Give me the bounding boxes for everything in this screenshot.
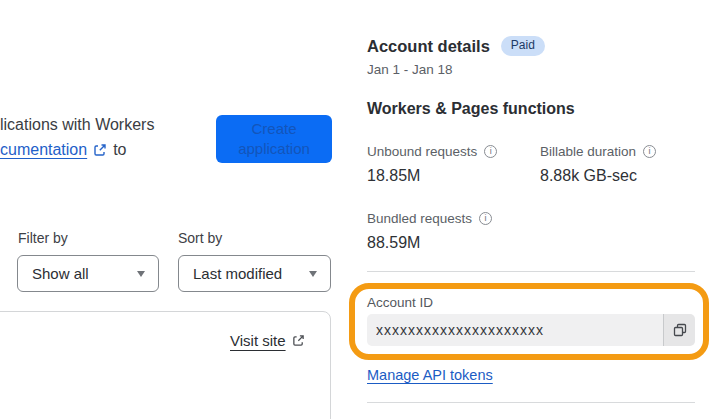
visit-site-label: Visit site (230, 332, 286, 349)
filter-selected-value: Show all (32, 265, 89, 282)
account-id-label: Account ID (367, 295, 433, 310)
plan-badge: Paid (501, 36, 545, 56)
filter-select[interactable]: Show all (17, 255, 159, 292)
manage-api-tokens-link[interactable]: Manage API tokens (367, 367, 493, 383)
billable-duration-label: Billable duration i (540, 144, 656, 159)
sort-select[interactable]: Last modified (178, 255, 331, 292)
account-id-field-group (367, 314, 695, 346)
divider (367, 271, 695, 272)
account-details-title: Account details (367, 37, 490, 56)
unbound-requests-value: 18.85M (367, 167, 420, 185)
project-card (0, 311, 331, 419)
workers-pages-functions-heading: Workers & Pages functions (367, 100, 575, 118)
divider (367, 402, 695, 403)
info-icon[interactable]: i (643, 145, 656, 158)
copy-account-id-button[interactable] (663, 314, 695, 346)
intro-text-line2: cumentation to (0, 141, 127, 159)
metric-label-text: Bundled requests (367, 211, 472, 226)
external-link-icon[interactable] (93, 143, 107, 157)
billable-duration-value: 8.88k GB-sec (540, 167, 637, 185)
external-link-icon[interactable] (292, 334, 305, 347)
sort-by-label: Sort by (178, 230, 222, 246)
metric-label-text: Unbound requests (367, 144, 477, 159)
metric-label-text: Billable duration (540, 144, 636, 159)
create-application-button[interactable]: Create application (216, 115, 332, 163)
bundled-requests-label: Bundled requests i (367, 211, 492, 226)
documentation-link[interactable]: cumentation (0, 141, 87, 159)
copy-icon (673, 323, 687, 337)
chevron-down-icon (137, 271, 145, 277)
intro-text-line1: lications with Workers (0, 116, 154, 134)
unbound-requests-label: Unbound requests i (367, 144, 497, 159)
bundled-requests-value: 88.59M (367, 234, 420, 252)
visit-site-link[interactable]: Visit site (230, 332, 305, 349)
chevron-down-icon (309, 271, 317, 277)
info-icon[interactable]: i (484, 145, 497, 158)
sort-selected-value: Last modified (193, 265, 282, 282)
filter-by-label: Filter by (18, 230, 68, 246)
info-icon[interactable]: i (479, 212, 492, 225)
billing-date-range: Jan 1 - Jan 18 (367, 62, 453, 77)
account-id-input[interactable] (367, 314, 663, 346)
intro-text-suffix: to (113, 141, 126, 159)
account-details-header: Account details Paid (367, 36, 545, 56)
